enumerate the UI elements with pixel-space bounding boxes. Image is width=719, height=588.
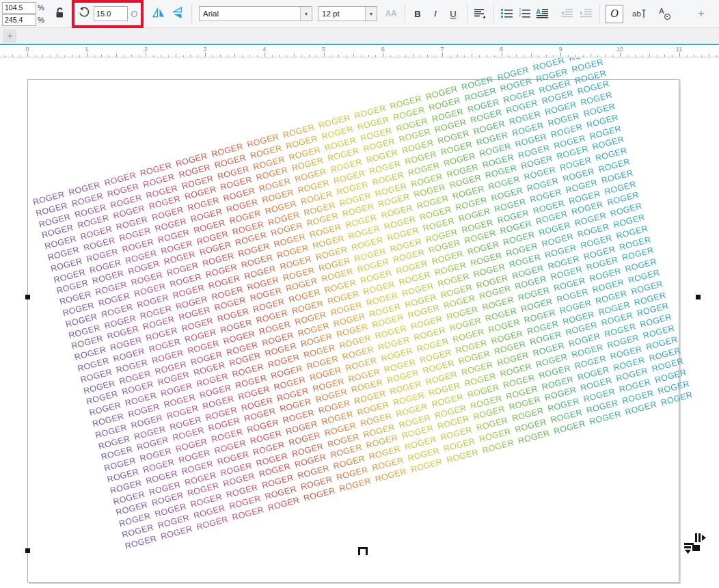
ruler-tick	[131, 55, 132, 57]
italic-button[interactable]: I	[427, 5, 444, 23]
change-case-button: AA	[383, 5, 399, 23]
ruler-tick	[161, 55, 161, 57]
customize-toolbar-button[interactable]: +	[693, 5, 709, 23]
bulleted-list-icon	[500, 8, 513, 21]
ruler-tick	[420, 55, 420, 57]
underline-button[interactable]: U	[445, 5, 461, 23]
drop-cap-icon: A	[536, 8, 549, 21]
letter-a-icon: A	[659, 7, 664, 15]
ruler-tick	[605, 55, 606, 57]
new-document-tab-button[interactable]: +	[3, 29, 16, 42]
ruler-tick	[464, 55, 465, 57]
ruler-tick	[279, 55, 280, 57]
ruler-tick	[413, 54, 413, 57]
ruler-tick	[502, 53, 502, 57]
ruler-tick	[228, 55, 228, 57]
ruler-unit-label: 5	[322, 46, 325, 53]
target-dot-icon	[664, 14, 670, 20]
ruler-tick	[249, 55, 250, 57]
ruler-tick	[694, 55, 694, 57]
ruler-tick	[479, 55, 480, 57]
ruler-tick	[139, 55, 139, 57]
ruler-tick	[361, 55, 362, 57]
ruler-tick	[190, 55, 191, 57]
chevron-down-icon[interactable]: ▼	[365, 7, 377, 21]
mirror-vertical-button[interactable]	[169, 5, 186, 23]
ruler-tick	[524, 55, 524, 57]
bulleted-list-button[interactable]	[498, 5, 515, 23]
ruler-tick	[560, 53, 561, 57]
ruler-tick	[553, 55, 554, 57]
ruler-tick	[220, 55, 221, 57]
ruler-tick	[183, 55, 184, 57]
mirror-horizontal-button[interactable]	[150, 5, 167, 23]
ruler-tick	[575, 55, 576, 57]
ruler-tick	[153, 55, 154, 57]
interactive-opentype-button[interactable]: A	[655, 5, 673, 23]
ruler-tick	[338, 55, 339, 57]
scale-height-input[interactable]	[2, 14, 36, 26]
property-bar: % %	[0, 0, 719, 28]
increase-indent-button	[578, 5, 594, 23]
ruler-unit-label: 0	[25, 46, 29, 53]
chevron-down-icon[interactable]: ▼	[300, 7, 312, 21]
ruler-unit-label: 9	[559, 46, 562, 53]
ruler-unit-label: 11	[676, 46, 682, 53]
ruler-unit-label: 10	[616, 46, 623, 53]
font-size-combo[interactable]: 12 pt ▼	[318, 6, 377, 21]
ruler-tick	[591, 54, 591, 57]
mirror-horizontal-icon	[152, 8, 165, 21]
selection-handle-bottom-left[interactable]	[25, 548, 30, 553]
scale-width-input[interactable]	[2, 2, 36, 14]
ruler-tick	[568, 55, 569, 57]
text-outline-button[interactable]: O	[606, 5, 623, 23]
text-alignment-button[interactable]	[472, 5, 488, 23]
decrease-indent-button	[558, 5, 575, 23]
rotation-angle-input[interactable]	[94, 6, 128, 21]
ruler-tick	[716, 55, 717, 57]
ruler-tick	[701, 55, 702, 57]
ruler-tick	[42, 55, 43, 57]
ruler-tick	[79, 55, 80, 57]
ruler-tick	[494, 55, 495, 57]
edit-text-button[interactable]: ab	[629, 5, 649, 23]
ruler-tick	[316, 55, 317, 57]
ruler-unit-label: 4	[262, 46, 266, 53]
lock-ratio-button[interactable]	[51, 5, 68, 23]
ruler-tick	[20, 55, 21, 57]
ruler-tick	[146, 53, 146, 57]
ruler-tick	[12, 55, 13, 57]
change-case-icon: AA	[385, 9, 396, 18]
ruler-tick	[635, 55, 636, 57]
ruler-tick	[597, 55, 598, 57]
toolbar-divider	[405, 4, 405, 23]
ruler-unit-label: 3	[204, 46, 207, 53]
ruler-tick	[546, 55, 547, 57]
font-family-value: Arial	[200, 7, 300, 21]
ruler-tick	[205, 53, 206, 57]
text-flow-cursor-icon	[683, 533, 708, 559]
horizontal-ruler[interactable]: 01234567891011	[0, 44, 719, 57]
ruler-tick	[398, 55, 398, 57]
ruler-tick	[472, 54, 472, 57]
ruler-tick	[375, 55, 376, 57]
ruler-tick	[27, 53, 28, 57]
numbered-list-button[interactable]: 1 2	[516, 5, 532, 23]
ruler-tick	[353, 54, 354, 57]
selection-handle-right[interactable]	[696, 295, 701, 299]
ruler-tick	[450, 55, 450, 57]
ruler-unit-label: 1	[85, 46, 88, 53]
increase-indent-icon	[580, 8, 593, 21]
font-family-combo[interactable]: Arial ▼	[199, 6, 312, 21]
bold-button[interactable]: B	[409, 5, 426, 23]
selection-handle-left[interactable]	[25, 295, 30, 299]
toolbar-divider	[599, 4, 600, 23]
ruler-tick	[64, 55, 65, 57]
ruler-tick	[50, 55, 51, 57]
text-flow-tab-icon[interactable]	[358, 547, 368, 555]
toolbar-divider	[191, 4, 192, 23]
drop-cap-button[interactable]: A	[534, 5, 550, 23]
ruler-tick	[368, 55, 369, 57]
ruler-tick	[116, 54, 117, 57]
drawing-canvas[interactable]: ROGER ROGER ROGER ROGER ROGER ROGER ROGE…	[0, 58, 719, 588]
